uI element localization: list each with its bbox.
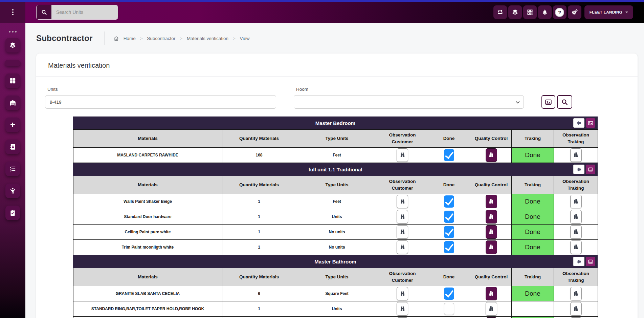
breadcrumb-item[interactable]: Subcontractor xyxy=(147,36,175,41)
announce-button[interactable] xyxy=(573,118,584,128)
child-icon xyxy=(9,187,16,194)
settings-button[interactable] xyxy=(568,5,581,19)
sidebar-item-layers[interactable] xyxy=(5,38,20,52)
topbar: ? xyxy=(25,2,644,23)
observation-customer-button[interactable] xyxy=(397,148,408,162)
room-select[interactable] xyxy=(294,95,524,109)
table-row: Ceiling Paint pure white1No units Done xyxy=(73,225,598,240)
clipboard-check-icon xyxy=(9,209,16,216)
materials-cell: Ceiling Paint pure white xyxy=(73,225,222,240)
done-cell xyxy=(427,317,471,318)
done-checkbox[interactable] xyxy=(444,195,454,208)
section-actions xyxy=(573,257,595,266)
qr-code-button[interactable] xyxy=(523,5,537,19)
column-header: Traking xyxy=(512,268,554,286)
breadcrumb-item[interactable]: Home xyxy=(124,36,136,41)
main-content: Subcontractor Home>Subcontractor>Materia… xyxy=(25,23,644,318)
materials-section: Master Bathroom MaterialsQuantity Materi… xyxy=(73,255,598,318)
traking-cell: Done xyxy=(512,286,554,301)
notifications-button[interactable] xyxy=(538,5,552,19)
images-button[interactable] xyxy=(541,95,555,109)
breadcrumb-item: View xyxy=(240,36,250,41)
quality-control-button[interactable] xyxy=(486,195,497,208)
breadcrumb: Home>Subcontractor>Materials verificatio… xyxy=(113,36,250,41)
traking-cell: Done xyxy=(512,148,554,163)
table-search-button[interactable] xyxy=(557,95,572,109)
done-checkbox[interactable] xyxy=(444,241,454,253)
quality-control-button[interactable] xyxy=(486,302,497,316)
sidebar-item-warehouse[interactable] xyxy=(5,96,20,110)
account-menu-button[interactable]: FLEET LANDING xyxy=(584,5,633,19)
layers-icon xyxy=(9,42,16,49)
sidebar-item-inspections[interactable] xyxy=(5,206,20,220)
observation-traking-button[interactable] xyxy=(570,240,582,254)
home-icon[interactable] xyxy=(113,36,119,41)
sidebar-item-add[interactable] xyxy=(5,118,20,132)
section-images-button[interactable] xyxy=(586,257,595,266)
observation-customer-button[interactable] xyxy=(397,287,408,300)
binoculars-icon xyxy=(488,214,494,220)
breadcrumb-separator-icon: > xyxy=(233,36,236,41)
quality-control-button[interactable] xyxy=(486,287,497,300)
done-checkbox[interactable] xyxy=(444,288,454,300)
kebab-menu-icon[interactable] xyxy=(10,7,16,17)
done-checkbox[interactable] xyxy=(444,226,454,238)
filters: Units Room xyxy=(36,77,638,109)
section-images-button[interactable] xyxy=(586,165,595,174)
announce-button[interactable] xyxy=(573,165,584,174)
repeat-button[interactable] xyxy=(493,5,507,19)
quality-control-button[interactable] xyxy=(486,225,497,239)
help-button[interactable]: ? xyxy=(553,5,567,19)
column-header: Type Units xyxy=(296,130,378,148)
done-checkbox[interactable] xyxy=(444,303,454,315)
done-checkbox[interactable] xyxy=(444,211,454,223)
breadcrumb-separator-icon: > xyxy=(140,36,143,41)
layers-button[interactable] xyxy=(508,5,522,19)
quality-control-button[interactable] xyxy=(486,148,497,162)
column-header: Done xyxy=(427,130,471,148)
search-icon-button[interactable] xyxy=(37,5,51,19)
app-window: ? xyxy=(0,0,644,318)
quantity-cell: 1 xyxy=(222,301,296,317)
traking-cell: Done xyxy=(512,240,554,255)
search-input[interactable] xyxy=(51,5,118,19)
card-title: Materials verification xyxy=(36,54,638,77)
bell-icon xyxy=(541,9,548,16)
sidebar-item-contacts[interactable] xyxy=(5,140,20,154)
binoculars-icon xyxy=(399,229,406,235)
observation-customer-button[interactable] xyxy=(397,225,408,239)
quality-control-button[interactable] xyxy=(486,210,497,224)
breadcrumb-separator-icon: > xyxy=(180,36,182,41)
observation-traking-button[interactable] xyxy=(570,287,582,300)
observation-traking-button[interactable] xyxy=(570,210,582,224)
quantity-cell xyxy=(222,317,296,318)
observation-traking-button[interactable] xyxy=(570,302,582,316)
sidebar-item-grid[interactable] xyxy=(5,73,20,88)
observation-customer-button[interactable] xyxy=(397,195,408,208)
observation-traking-button[interactable] xyxy=(570,195,582,208)
done-checkbox[interactable] xyxy=(444,149,454,161)
announce-button[interactable] xyxy=(573,257,584,266)
table-row: Done xyxy=(73,317,598,318)
traking-cell: Done xyxy=(512,317,554,318)
quality-control-button[interactable] xyxy=(486,240,497,254)
done-cell xyxy=(427,194,471,209)
observation-customer-cell xyxy=(378,317,427,318)
breadcrumb-item[interactable]: Materials verification xyxy=(187,36,228,41)
sidebar-item-tasks[interactable] xyxy=(5,162,20,176)
observation-customer-button[interactable] xyxy=(397,302,408,316)
observation-traking-button[interactable] xyxy=(570,225,582,239)
units-input[interactable] xyxy=(45,95,276,109)
sidebar-item-child[interactable] xyxy=(5,184,20,198)
observation-traking-cell xyxy=(554,286,598,301)
search-icon xyxy=(561,99,568,106)
search-icon xyxy=(41,9,47,16)
section-images-button[interactable] xyxy=(586,118,595,128)
search-widget xyxy=(36,5,118,20)
binoculars-icon xyxy=(573,306,579,312)
image-icon xyxy=(588,167,593,172)
observation-customer-button[interactable] xyxy=(397,210,408,224)
observation-customer-button[interactable] xyxy=(397,240,408,254)
observation-traking-button[interactable] xyxy=(570,148,582,162)
binoculars-icon xyxy=(573,198,579,205)
